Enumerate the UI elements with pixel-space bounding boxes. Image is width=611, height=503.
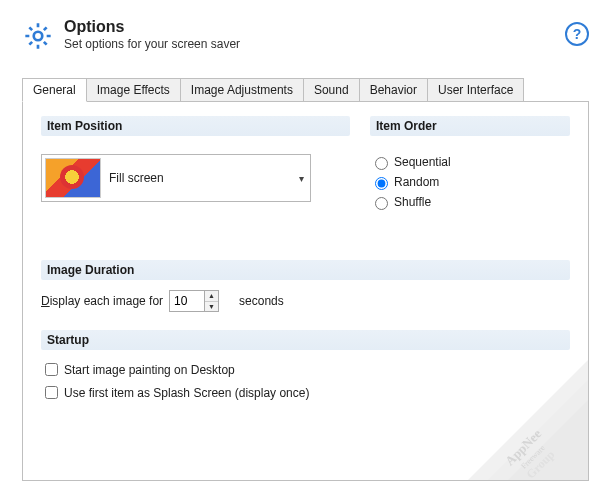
section-image-duration: Image Duration	[41, 260, 570, 280]
svg-marker-3	[508, 400, 588, 480]
check-splash-screen-label: Use first item as Splash Screen (display…	[64, 386, 309, 400]
duration-suffix: seconds	[239, 294, 284, 308]
section-item-position: Item Position	[41, 116, 350, 136]
section-startup: Startup	[41, 330, 570, 350]
item-order-radios: Sequential Random Shuffle	[370, 154, 570, 210]
item-position-value: Fill screen	[109, 171, 299, 185]
svg-text:AppNee: AppNee	[502, 426, 544, 468]
duration-spinner[interactable]: ▲ ▼	[169, 290, 219, 312]
check-start-painting-label: Start image painting on Desktop	[64, 363, 235, 377]
startup-checks: Start image painting on Desktop Use firs…	[41, 360, 570, 402]
tab-general[interactable]: General	[22, 78, 87, 102]
header-text: Options Set options for your screen save…	[64, 18, 240, 51]
radio-sequential-input[interactable]	[375, 157, 388, 170]
check-start-painting[interactable]: Start image painting on Desktop	[41, 360, 570, 379]
image-duration-field: Display each image for ▲ ▼ seconds	[41, 290, 570, 312]
item-position-select[interactable]: Fill screen ▾	[41, 154, 311, 202]
check-splash-screen-input[interactable]	[45, 386, 58, 399]
tab-image-adjustments[interactable]: Image Adjustments	[180, 78, 304, 102]
radio-random[interactable]: Random	[370, 174, 570, 190]
radio-random-label: Random	[394, 175, 439, 189]
header: Options Set options for your screen save…	[0, 0, 611, 60]
duration-label: Display each image for	[41, 294, 163, 308]
radio-sequential-label: Sequential	[394, 155, 451, 169]
gear-icon	[22, 20, 54, 52]
tab-image-effects[interactable]: Image Effects	[86, 78, 181, 102]
radio-shuffle[interactable]: Shuffle	[370, 194, 570, 210]
help-button[interactable]: ?	[565, 22, 589, 46]
svg-point-0	[34, 32, 43, 41]
chevron-down-icon: ▾	[299, 173, 304, 184]
thumbnail-icon	[45, 158, 101, 198]
radio-sequential[interactable]: Sequential	[370, 154, 570, 170]
section-item-order: Item Order	[370, 116, 570, 136]
duration-input[interactable]	[170, 291, 204, 311]
spinner-down-icon[interactable]: ▼	[205, 302, 218, 312]
tab-behavior[interactable]: Behavior	[359, 78, 428, 102]
svg-text:Group: Group	[524, 447, 558, 480]
check-splash-screen[interactable]: Use first item as Splash Screen (display…	[41, 383, 570, 402]
radio-random-input[interactable]	[375, 177, 388, 190]
tab-user-interface[interactable]: User Interface	[427, 78, 524, 102]
svg-text:Freeware: Freeware	[519, 443, 547, 471]
spinner-up-icon[interactable]: ▲	[205, 291, 218, 302]
radio-shuffle-label: Shuffle	[394, 195, 431, 209]
tab-sound[interactable]: Sound	[303, 78, 360, 102]
radio-shuffle-input[interactable]	[375, 197, 388, 210]
page-subtitle: Set options for your screen saver	[64, 37, 240, 51]
page-title: Options	[64, 18, 240, 36]
tab-bar: General Image Effects Image Adjustments …	[0, 78, 611, 102]
check-start-painting-input[interactable]	[45, 363, 58, 376]
tab-panel-general: Item Position Fill screen ▾ Item Order S…	[22, 101, 589, 481]
